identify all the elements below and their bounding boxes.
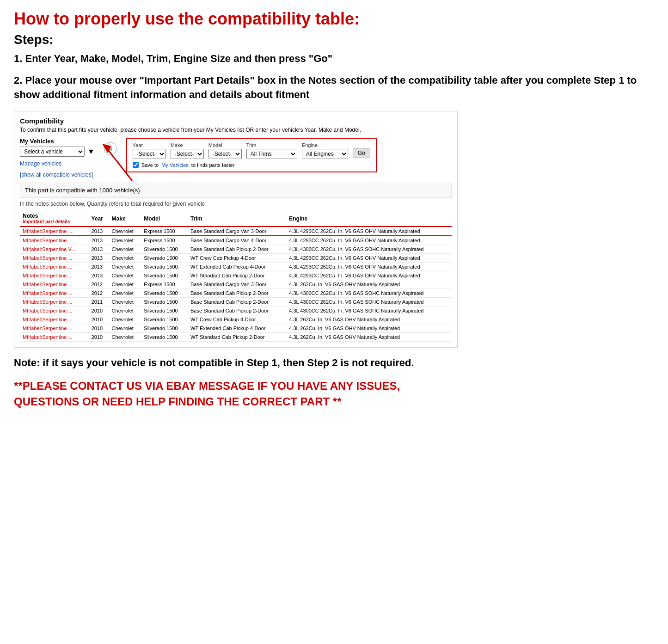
model-label: Model bbox=[208, 142, 242, 148]
table-cell-2: Chevrolet bbox=[109, 227, 141, 236]
select-vehicle-dropdown[interactable]: Select a vehicle bbox=[20, 147, 85, 157]
year-select[interactable]: -Select- bbox=[133, 149, 166, 159]
trim-field-group: Trim All Trims bbox=[246, 142, 297, 159]
table-row: Mfrlabel:Serpentine ...2013ChevroletSilv… bbox=[20, 254, 452, 263]
table-cell-5: 4.3L 4300CC 262Cu. In. V6 GAS SOHC Natur… bbox=[286, 307, 452, 315]
engine-label: Engine bbox=[302, 142, 348, 148]
table-cell-5: 4.3L 4293CC 262Cu. In. V6 GAS OHV Natura… bbox=[286, 236, 452, 245]
vehicle-entry-box: Year -Select- Make -Select- Model -Selec… bbox=[126, 138, 377, 172]
table-row: Mfrlabel:Serpentine ...2010ChevroletSilv… bbox=[20, 324, 452, 333]
notes-cell: Mfrlabel:Serpentine.... bbox=[20, 236, 89, 245]
table-cell-5: 4.3L 4300CC 262Cu. In. V6 GAS SOHC Natur… bbox=[286, 289, 452, 298]
table-cell-1: 2013 bbox=[89, 245, 109, 254]
table-cell-2: Chevrolet bbox=[109, 280, 141, 289]
table-cell-4: WT Standard Cab Pickup 2-Door bbox=[188, 271, 286, 280]
table-cell-1: 2012 bbox=[89, 280, 109, 289]
table-cell-4: Base Standard Cargo Van 3-Door bbox=[188, 227, 286, 236]
table-cell-3: Silverado 1500 bbox=[141, 333, 188, 342]
notes-cell: Mfrlabel:Serpentine ... bbox=[20, 333, 89, 342]
model-header: Model bbox=[141, 211, 188, 227]
table-row: Mfrlabel:Serpentine ...2013ChevroletSilv… bbox=[20, 271, 452, 280]
table-cell-2: Chevrolet bbox=[109, 333, 141, 342]
table-cell-1: 2012 bbox=[89, 289, 109, 298]
quantity-note: In the notes section below, Quantity ref… bbox=[20, 201, 452, 207]
trim-header: Trim bbox=[188, 211, 286, 227]
table-cell-5: 4.3L 262Cu. In. V6 GAS OHV Naturally Asp… bbox=[286, 324, 452, 333]
compatibility-box: Compatibility To confirm that this part … bbox=[14, 111, 458, 348]
table-cell-5: 4.3L 4300CC 262Cu. In. V6 GAS SOHC Natur… bbox=[286, 298, 452, 307]
step-2-text: 2. Place your mouse over "Important Part… bbox=[14, 74, 654, 102]
notes-cell: Mfrlabel:Serpentine V... bbox=[20, 245, 89, 254]
table-cell-1: 2013 bbox=[89, 254, 109, 263]
compat-title: Compatibility bbox=[20, 117, 452, 125]
table-cell-3: Silverado 1500 bbox=[141, 245, 188, 254]
table-cell-3: Express 1500 bbox=[141, 280, 188, 289]
notes-cell: Mfrlabel:Serpentine ... bbox=[20, 324, 89, 333]
model-select[interactable]: -Select- bbox=[208, 149, 242, 159]
trim-select[interactable]: All Trims bbox=[246, 149, 297, 159]
my-vehicles-section: My Vehicles Select a vehicle ▼ Manage ve… bbox=[20, 138, 95, 178]
dropdown-arrow-icon: ▼ bbox=[87, 147, 95, 156]
show-all-link[interactable]: [show all compatible vehicles] bbox=[20, 172, 95, 178]
or-divider: or bbox=[104, 142, 117, 155]
notes-cell: Mfrlabel:Serpentine ... bbox=[20, 263, 89, 271]
table-cell-1: 2013 bbox=[89, 263, 109, 271]
table-row: Mfrlabel:Serpentine ...2011ChevroletSilv… bbox=[20, 298, 452, 307]
engine-field-group: Engine All Engines bbox=[302, 142, 348, 159]
notes-cell: Mfrlabel:Serpentine ... bbox=[20, 280, 89, 289]
save-checkbox[interactable] bbox=[133, 162, 139, 168]
table-cell-3: Silverado 1500 bbox=[141, 254, 188, 263]
table-cell-3: Silverado 1500 bbox=[141, 289, 188, 298]
manage-vehicles-link[interactable]: Manage vehicles bbox=[20, 160, 95, 167]
compatibility-table: Notes Important part details Year Make M… bbox=[20, 211, 452, 342]
my-vehicles-label: My Vehicles bbox=[20, 138, 95, 145]
notes-header: Notes Important part details bbox=[20, 211, 89, 227]
save-row: Save to My Vehicles to finds parts faste… bbox=[133, 162, 370, 168]
table-cell-3: Express 1500 bbox=[141, 236, 188, 245]
table-cell-2: Chevrolet bbox=[109, 289, 141, 298]
table-cell-1: 2010 bbox=[89, 324, 109, 333]
table-cell-3: Silverado 1500 bbox=[141, 298, 188, 307]
table-row: Mfrlabel:Serpentine ...2012ChevroletExpr… bbox=[20, 280, 452, 289]
table-cell-2: Chevrolet bbox=[109, 315, 141, 324]
table-cell-5: 4.3L 262Cu. In. V6 GAS OHV Naturally Asp… bbox=[286, 315, 452, 324]
table-cell-4: Base Standard Cab Pickup 2-Door bbox=[188, 307, 286, 315]
vehicle-fields-row: Year -Select- Make -Select- Model -Selec… bbox=[133, 142, 370, 159]
engine-select[interactable]: All Engines bbox=[302, 149, 348, 159]
table-cell-4: WT Crew Cab Pickup 4-Door bbox=[188, 254, 286, 263]
table-row: Mfrlabel:Serpentine V...2013ChevroletSil… bbox=[20, 245, 452, 254]
table-cell-5: 4.3L 4293CC 262Cu. In. V6 GAS OHV Natura… bbox=[286, 271, 452, 280]
table-cell-4: WT Extended Cab Pickup 4-Door bbox=[188, 263, 286, 271]
my-vehicles-save-link[interactable]: My Vehicles bbox=[161, 162, 189, 168]
table-cell-3: Express 1500 bbox=[141, 227, 188, 236]
table-cell-1: 2011 bbox=[89, 298, 109, 307]
year-label: Year bbox=[133, 142, 166, 148]
table-row: Mfrlabel:Serpentine....2013ChevroletExpr… bbox=[20, 236, 452, 245]
compatible-count-bar: This part is compatible with 1000 vehicl… bbox=[20, 183, 452, 198]
make-label: Make bbox=[171, 142, 204, 148]
notes-cell: Mfrlabel:Serpentine ... bbox=[20, 271, 89, 280]
table-cell-4: Base Standard Cargo Van 4-Door bbox=[188, 236, 286, 245]
table-cell-1: 2010 bbox=[89, 307, 109, 315]
notes-cell: Mfrlabel:Serpentine ... bbox=[20, 254, 89, 263]
steps-title: Steps: bbox=[14, 32, 654, 47]
table-cell-2: Chevrolet bbox=[109, 254, 141, 263]
table-cell-1: 2013 bbox=[89, 271, 109, 280]
notes-cell: Mfrlabel:Serpentine ... bbox=[20, 307, 89, 315]
table-row: Mfrlabel:Serpentine ....2013ChevroletExp… bbox=[20, 227, 452, 236]
trim-label: Trim bbox=[246, 142, 297, 148]
table-row: Mfrlabel:Serpentine ...2013ChevroletSilv… bbox=[20, 263, 452, 271]
table-row: Mfrlabel:Serpentine ...2010ChevroletSilv… bbox=[20, 307, 452, 315]
table-cell-2: Chevrolet bbox=[109, 271, 141, 280]
year-field-group: Year -Select- bbox=[133, 142, 166, 159]
table-cell-4: WT Crew Cab Pickup 4-Door bbox=[188, 315, 286, 324]
table-cell-2: Chevrolet bbox=[109, 236, 141, 245]
go-button[interactable]: Go bbox=[353, 148, 370, 158]
contact-text: **PLEASE CONTACT US VIA EBAY MESSAGE IF … bbox=[14, 378, 458, 409]
table-cell-1: 2013 bbox=[89, 236, 109, 245]
notes-cell: Mfrlabel:Serpentine ... bbox=[20, 298, 89, 307]
make-select[interactable]: -Select- bbox=[171, 149, 204, 159]
table-cell-2: Chevrolet bbox=[109, 324, 141, 333]
table-cell-2: Chevrolet bbox=[109, 245, 141, 254]
engine-header: Engine bbox=[286, 211, 452, 227]
